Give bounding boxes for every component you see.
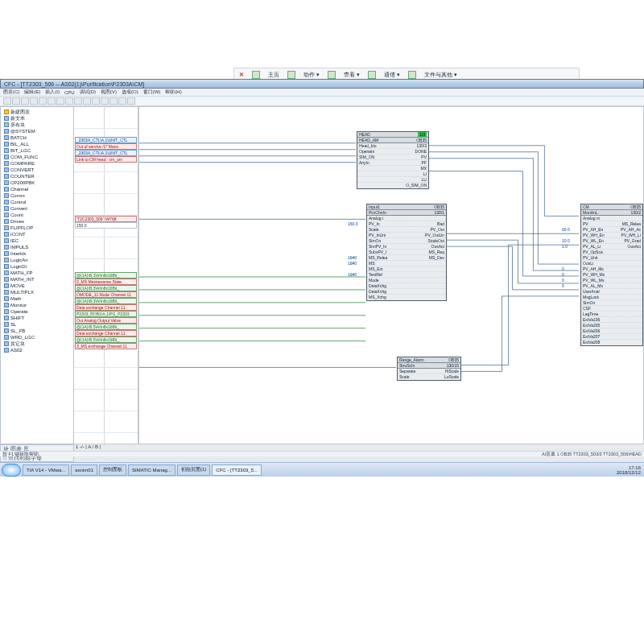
margin-ref[interactable]: Link to CM head : cm_om bbox=[75, 156, 137, 163]
menu-insert[interactable]: 插入(I) bbox=[45, 89, 60, 96]
tb-save[interactable] bbox=[21, 97, 29, 105]
tree-item[interactable]: Interlck bbox=[4, 250, 72, 257]
tree-item[interactable]: Drives bbox=[4, 218, 72, 225]
tb-new[interactable] bbox=[3, 97, 11, 105]
task-tia[interactable]: TIA V14 - VMwa... bbox=[23, 464, 69, 476]
menu-help[interactable]: 帮助(H) bbox=[165, 89, 181, 96]
tb-cut[interactable] bbox=[39, 97, 47, 105]
tb-open[interactable] bbox=[12, 97, 20, 105]
tree-item[interactable]: COUNTER bbox=[4, 173, 72, 180]
tree-item[interactable]: BATCH bbox=[4, 134, 72, 141]
tree-item[interactable]: MATH_INT bbox=[4, 276, 72, 283]
margin-ref[interactable]: @(1A)\B,3\AIIn8x16Bit_ bbox=[75, 298, 137, 304]
tree-item[interactable]: MULTIPLX bbox=[4, 289, 72, 295]
menu-chart[interactable]: 图表(C) bbox=[3, 89, 19, 96]
menu-edit[interactable]: 编辑(E) bbox=[24, 89, 40, 96]
task-asnim[interactable]: asnim01 bbox=[71, 464, 97, 476]
tree-item[interactable]: CP200PBK bbox=[4, 180, 72, 186]
block-cm[interactable]: CMOB35MonAnL130/2Analog mPVMS_Relea60.0P… bbox=[580, 204, 643, 346]
task-cfc[interactable]: CFC - [TT2303_5... bbox=[212, 464, 262, 476]
cfc-chart[interactable]: HEAD1/3HEAD_AMOB35Head_blo130/3OperatinD… bbox=[138, 106, 644, 444]
tree-item[interactable]: 其它块 bbox=[4, 341, 72, 347]
sheet-tab[interactable]: 1 -/- | A / B | bbox=[76, 444, 101, 449]
block-head[interactable]: HEAD1/3HEAD_AMOB35Head_blo130/3OperatinD… bbox=[357, 131, 429, 189]
tb-paste[interactable] bbox=[56, 97, 64, 105]
tray[interactable]: 17:16 2018/12/12 bbox=[617, 465, 644, 475]
tree-item[interactable]: MOVE bbox=[4, 283, 72, 289]
margin-ref[interactable]: 3_MS exchange Channel 11 bbox=[75, 343, 137, 349]
margin-ref[interactable]: _2303A_CTL\A,1\UNIT_CTL bbox=[75, 137, 137, 143]
block-tree[interactable]: 新建图表新文本所有块@SYSTEMBATCHBIL_ALLBIT_LGCCOM_… bbox=[0, 106, 74, 444]
menu-view[interactable]: 视图(V) bbox=[101, 89, 117, 96]
tree-item[interactable]: LogicAn bbox=[4, 257, 72, 263]
margin-ref[interactable]: Data exchange Channel 11 bbox=[75, 304, 137, 311]
ribbon-file[interactable]: 文件与其他 ▾ bbox=[424, 71, 457, 79]
menu-cpu[interactable]: CPU bbox=[64, 90, 75, 95]
tree-item[interactable]: WRD_LGC bbox=[4, 334, 72, 341]
tree-item[interactable]: Operate bbox=[4, 308, 72, 315]
block-range-alarm[interactable]: Range_AlarmOB35StruScIn130/15SeparateHiS… bbox=[397, 357, 461, 381]
tree-item[interactable]: BIL_ALL bbox=[4, 141, 72, 147]
margin-ref[interactable]: @(1A)\B,5\AIIn8x16Bit_ bbox=[75, 336, 137, 343]
task-startpg[interactable]: 初始页面(1) bbox=[177, 464, 210, 476]
task-ctrlpnl[interactable]: 控制面板 bbox=[99, 464, 126, 476]
tree-item[interactable]: Channel bbox=[4, 186, 72, 192]
margin-ref[interactable]: P2303_ROB1\A,1\PG_P2303 bbox=[75, 311, 137, 317]
tb-undo[interactable] bbox=[65, 97, 73, 105]
tree-item[interactable]: COM_FUNC bbox=[4, 154, 72, 160]
tb-test[interactable] bbox=[118, 97, 126, 105]
tree-item[interactable]: IMPULS bbox=[4, 244, 72, 250]
tree-item[interactable]: IEC bbox=[4, 237, 72, 244]
taskbar[interactable]: TIA V14 - VMwa... asnim01 控制面板 SIMATIC M… bbox=[0, 462, 644, 477]
tb-print[interactable] bbox=[30, 97, 38, 105]
menu-options[interactable]: 选项(O) bbox=[122, 89, 138, 96]
tree-item[interactable]: SHIFT bbox=[4, 315, 72, 321]
tree-item[interactable]: Monitor bbox=[4, 302, 72, 308]
tree-item[interactable]: LogicDi bbox=[4, 263, 72, 270]
tree-item[interactable]: MATH_FP bbox=[4, 270, 72, 276]
margin-ref[interactable]: 150.0 bbox=[75, 222, 137, 229]
tb-grid[interactable] bbox=[127, 97, 135, 105]
ribbon-comm[interactable]: 通信 ▾ bbox=[384, 71, 400, 79]
margin-ref[interactable]: OMODE_11 Mode Channel 11 bbox=[75, 291, 137, 298]
tree-item[interactable]: FLIPFLOP bbox=[4, 225, 72, 231]
margin-ref[interactable]: @(1A)\B,5\AIIn8x16Bit_ bbox=[75, 324, 137, 330]
margin-ref[interactable]: _2303A_CTL\A,1\UNIT_CTL bbox=[75, 150, 137, 156]
tree-item[interactable]: CONVERT bbox=[4, 167, 72, 173]
task-simatic[interactable]: SIMATIC Manag... bbox=[128, 464, 175, 476]
start-button[interactable] bbox=[2, 464, 21, 477]
tree-item[interactable]: SL_FB bbox=[4, 328, 72, 334]
tb-compile[interactable] bbox=[83, 97, 91, 105]
menu-bar[interactable]: 图表(C) 编辑(E) 插入(I) CPU 调试(D) 视图(V) 选项(O) … bbox=[0, 89, 644, 97]
tb-zoomin[interactable] bbox=[101, 97, 109, 105]
ribbon-home[interactable]: 主页 bbox=[268, 71, 279, 79]
margin-ref[interactable]: @(1A)\B,3\AIIn8x16Bit_ bbox=[75, 272, 137, 279]
tree-item[interactable]: AS02 bbox=[4, 347, 72, 353]
tb-download[interactable] bbox=[92, 97, 100, 105]
tree-item[interactable]: Comm bbox=[4, 192, 72, 199]
block-input1[interactable]: Input1OB35PcvChnIn130/1Analog i150.0PV_I… bbox=[366, 204, 447, 301]
margin-ref[interactable]: Out Analog Output Value bbox=[75, 317, 137, 324]
tb-redo[interactable] bbox=[74, 97, 82, 105]
tree-item[interactable]: Math bbox=[4, 295, 72, 302]
menu-debug[interactable]: 调试(D) bbox=[80, 89, 96, 96]
margin-ref[interactable]: 0_MS Maintenance State bbox=[75, 279, 137, 285]
tree-item[interactable]: 所有块 bbox=[4, 122, 72, 128]
margin-ref[interactable]: Data exchange Channel 11 bbox=[75, 330, 137, 336]
tree-item[interactable]: Control bbox=[4, 199, 72, 205]
tree-item[interactable]: Count bbox=[4, 212, 72, 218]
ribbon-action[interactable]: 动作 ▾ bbox=[303, 71, 320, 79]
tree-item[interactable]: SL bbox=[4, 321, 72, 328]
tb-zoomout[interactable] bbox=[109, 97, 118, 105]
tb-copy[interactable] bbox=[47, 97, 56, 105]
tree-item[interactable]: COMPARE bbox=[4, 160, 72, 167]
margin-ref[interactable]: Out of service /1* Manu bbox=[75, 143, 137, 150]
tree-item[interactable]: ICONT bbox=[4, 231, 72, 237]
tree-item[interactable]: 新文本 bbox=[4, 115, 72, 122]
menu-window[interactable]: 窗口(W) bbox=[143, 89, 161, 96]
tree-item[interactable]: Convert bbox=[4, 205, 72, 212]
toolbar[interactable] bbox=[0, 97, 644, 106]
tree-item[interactable]: BIT_LGC bbox=[4, 147, 72, 154]
ribbon-view[interactable]: 查看 ▾ bbox=[344, 71, 360, 79]
tree-item[interactable]: @SYSTEM bbox=[4, 128, 72, 134]
